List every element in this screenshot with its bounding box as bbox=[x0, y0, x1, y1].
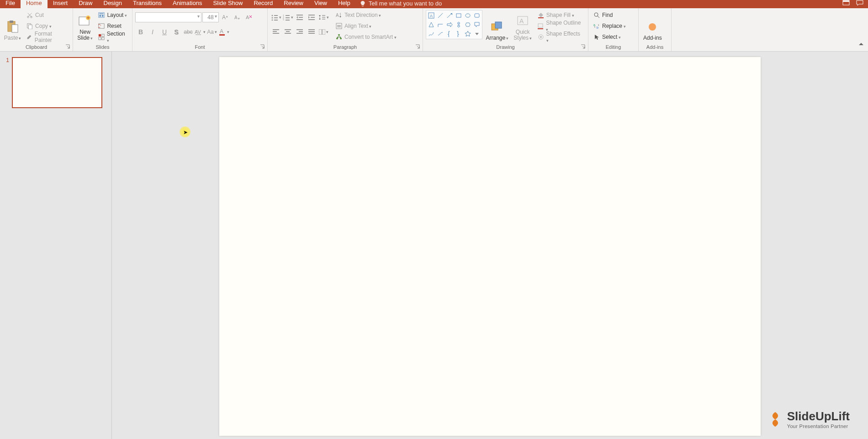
shape-callout-icon[interactable] bbox=[473, 21, 481, 29]
decrease-font-size-button[interactable]: A▾ bbox=[232, 12, 243, 23]
find-button[interactable]: Find bbox=[591, 10, 628, 20]
tab-view[interactable]: View bbox=[309, 0, 333, 8]
cut-button[interactable]: Cut bbox=[24, 10, 70, 20]
ribbon: Paste Cut Copy Format Painter Clipboard bbox=[0, 8, 868, 52]
quick-styles-button[interactable]: A QuickStyles bbox=[512, 10, 534, 42]
italic-button[interactable]: I bbox=[147, 26, 158, 37]
align-right-button[interactable] bbox=[294, 26, 305, 37]
collapse-ribbon-button[interactable] bbox=[858, 41, 864, 49]
shape-freeform-icon[interactable] bbox=[427, 30, 435, 38]
tab-review[interactable]: Review bbox=[278, 0, 309, 8]
numbering-button[interactable]: 123 bbox=[282, 12, 293, 23]
shape-triangle-icon[interactable] bbox=[427, 21, 435, 29]
watermark: SlideUpLift Your Presentation Partner bbox=[767, 409, 850, 429]
align-center-button[interactable] bbox=[282, 26, 293, 37]
paste-label: Paste bbox=[4, 35, 21, 41]
slide-thumbnail-preview[interactable] bbox=[12, 57, 102, 108]
layout-button[interactable]: Layout bbox=[96, 10, 129, 20]
paste-button[interactable]: Paste bbox=[3, 10, 22, 42]
font-launcher[interactable] bbox=[260, 44, 265, 50]
tab-home[interactable]: Home bbox=[21, 0, 48, 8]
drawing-launcher[interactable] bbox=[581, 44, 586, 50]
shadow-button[interactable]: S bbox=[171, 26, 182, 37]
tab-file[interactable]: File bbox=[0, 0, 21, 8]
slide-thumbnail-1[interactable]: 1 bbox=[5, 57, 107, 108]
svg-rect-8 bbox=[28, 25, 32, 29]
new-slide-button[interactable]: NewSlide bbox=[76, 10, 94, 42]
convert-smartart-button[interactable]: Convert to SmartArt bbox=[333, 32, 398, 42]
shape-left-brace-icon[interactable]: { bbox=[445, 30, 454, 38]
tab-record[interactable]: Record bbox=[248, 0, 278, 8]
shapes-more-icon[interactable] bbox=[473, 30, 481, 38]
reset-button[interactable]: Reset bbox=[96, 21, 129, 31]
shape-arrow-updown-icon[interactable] bbox=[455, 21, 463, 29]
shape-rectangle-icon[interactable] bbox=[455, 11, 463, 20]
increase-indent-button[interactable] bbox=[306, 12, 317, 23]
svg-rect-50 bbox=[273, 31, 277, 32]
align-left-button[interactable] bbox=[270, 26, 281, 37]
tab-design[interactable]: Design bbox=[98, 0, 127, 8]
slide-canvas-area[interactable]: ➤ bbox=[112, 52, 868, 439]
tab-draw[interactable]: Draw bbox=[73, 0, 98, 8]
tab-transitions[interactable]: Transitions bbox=[127, 0, 167, 8]
slide-canvas[interactable] bbox=[219, 57, 761, 436]
copy-button[interactable]: Copy bbox=[24, 21, 70, 31]
text-direction-button[interactable]: A Text Direction bbox=[333, 10, 398, 20]
svg-text:A: A bbox=[234, 15, 238, 20]
columns-button[interactable] bbox=[318, 26, 329, 37]
tab-slideshow[interactable]: Slide Show bbox=[207, 0, 248, 8]
paragraph-launcher[interactable] bbox=[415, 44, 421, 50]
justify-button[interactable] bbox=[306, 26, 317, 37]
shape-arrow-line-icon[interactable] bbox=[445, 11, 454, 20]
character-spacing-button[interactable]: AV bbox=[195, 26, 206, 37]
shape-effects-icon bbox=[537, 33, 545, 41]
shape-fill-button[interactable]: Shape Fill bbox=[535, 10, 585, 20]
shape-star-icon[interactable] bbox=[464, 30, 472, 38]
arrange-button[interactable]: Arrange bbox=[484, 10, 510, 42]
smartart-icon bbox=[335, 33, 343, 41]
tab-insert[interactable]: Insert bbox=[48, 0, 74, 8]
slide-thumbnail-pane[interactable]: 1 bbox=[0, 52, 112, 439]
clear-formatting-button[interactable]: A bbox=[243, 12, 254, 23]
ribbon-display-options-icon[interactable] bbox=[842, 0, 850, 8]
svg-point-32 bbox=[271, 20, 273, 21]
addins-button[interactable]: Add-ins bbox=[641, 10, 664, 42]
strikethrough-button[interactable]: abc bbox=[183, 26, 194, 37]
font-name-input[interactable] bbox=[135, 12, 201, 22]
format-painter-button[interactable]: Format Painter bbox=[24, 32, 70, 42]
shape-rounded-rect-icon[interactable] bbox=[473, 11, 481, 20]
comments-icon[interactable] bbox=[856, 0, 863, 8]
increase-font-size-button[interactable]: A▴ bbox=[220, 12, 231, 23]
bullets-button[interactable] bbox=[270, 12, 281, 23]
tab-animations[interactable]: Animations bbox=[167, 0, 207, 8]
replace-button[interactable]: ab Replace bbox=[591, 21, 628, 31]
svg-rect-66 bbox=[337, 26, 341, 27]
select-button[interactable]: Select bbox=[591, 32, 628, 42]
svg-text:}: } bbox=[457, 31, 459, 37]
shape-outline-button[interactable]: Shape Outline bbox=[535, 21, 585, 31]
section-button[interactable]: Section bbox=[96, 32, 129, 42]
shape-elbow-icon[interactable] bbox=[436, 21, 445, 29]
font-size-input[interactable] bbox=[202, 12, 219, 22]
shapes-gallery[interactable]: A { } bbox=[426, 10, 482, 39]
shape-line-icon[interactable] bbox=[436, 11, 445, 20]
font-color-button[interactable]: A bbox=[218, 26, 229, 37]
tab-help[interactable]: Help bbox=[333, 0, 356, 8]
shape-hexagon-icon[interactable] bbox=[464, 21, 472, 29]
bold-button[interactable]: B bbox=[135, 26, 146, 37]
decrease-indent-button[interactable] bbox=[294, 12, 305, 23]
shape-right-brace-icon[interactable]: } bbox=[455, 30, 463, 38]
change-case-button[interactable]: Aa bbox=[206, 26, 217, 37]
svg-rect-42 bbox=[296, 19, 303, 20]
shape-arrow-right-icon[interactable] bbox=[445, 21, 454, 29]
underline-button[interactable]: U bbox=[159, 26, 170, 37]
align-text-button[interactable]: Align Text bbox=[333, 21, 398, 31]
quick-styles-icon: A bbox=[515, 14, 530, 28]
clipboard-launcher[interactable] bbox=[65, 44, 71, 50]
shape-connector-icon[interactable] bbox=[436, 30, 445, 38]
shape-textbox-icon[interactable]: A bbox=[427, 11, 435, 20]
shape-effects-button[interactable]: Shape Effects bbox=[535, 32, 585, 42]
tell-me-search[interactable]: Tell me what you want to do bbox=[360, 0, 442, 7]
shape-oval-icon[interactable] bbox=[464, 11, 472, 20]
line-spacing-button[interactable] bbox=[318, 12, 329, 23]
